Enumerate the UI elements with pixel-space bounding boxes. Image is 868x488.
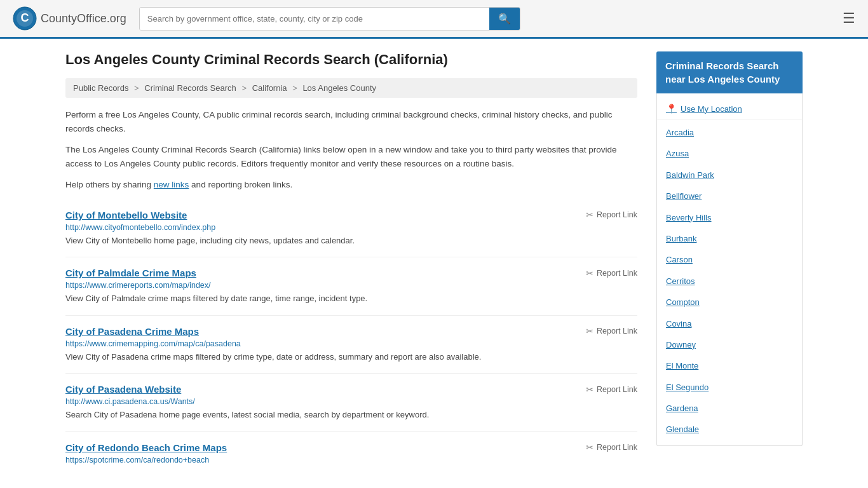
logo-text: CountyOffice.org [41,12,126,25]
svg-text:C: C [21,11,29,24]
result-desc-0: View City of Montebello home page, inclu… [65,234,637,247]
result-item: City of Montebello Website ✂ Report Link… [65,200,637,258]
result-title-3[interactable]: City of Pasadena Website [65,384,181,395]
intro3-suffix: and reporting broken links. [189,180,292,189]
search-input[interactable] [140,8,489,30]
result-title-4[interactable]: City of Redondo Beach Crime Maps [65,442,227,453]
page-title: Los Angeles County Criminal Records Sear… [65,51,637,68]
report-icon-3: ✂ [586,384,593,395]
result-url-2[interactable]: https://www.crimemapping.com/map/ca/pasa… [65,339,637,348]
result-item: City of Pasadena Crime Maps ✂ Report Lin… [65,316,637,374]
report-link-3[interactable]: ✂ Report Link [586,384,637,395]
breadcrumb: Public Records > Criminal Records Search… [65,78,637,98]
result-desc-1: View City of Palmdale crime maps filtere… [65,292,637,305]
sidebar: Criminal Records Search near Los Angeles… [656,51,803,477]
result-title-2[interactable]: City of Pasadena Crime Maps [65,326,199,337]
search-button[interactable]: 🔍 [489,8,520,30]
report-icon-0: ✂ [586,210,593,220]
result-item: City of Pasadena Website ✂ Report Link h… [65,374,637,432]
breadcrumb-public-records[interactable]: Public Records [73,83,128,93]
main-container: Los Angeles County Criminal Records Sear… [53,39,815,488]
location-icon: 📍 [666,104,677,114]
intro3-prefix: Help others by sharing [65,180,154,189]
use-location-button[interactable]: 📍 Use My Location [657,98,802,119]
result-header-0: City of Montebello Website ✂ Report Link [65,210,637,220]
result-header-4: City of Redondo Beach Crime Maps ✂ Repor… [65,442,637,453]
result-header-1: City of Palmdale Crime Maps ✂ Report Lin… [65,268,637,278]
report-icon-2: ✂ [586,326,593,336]
intro-paragraph-2: The Los Angeles County Criminal Records … [65,143,637,170]
menu-icon[interactable]: ☰ [843,10,855,27]
breadcrumb-california[interactable]: California [252,83,287,93]
sidebar-link-covina[interactable]: Covina [657,313,802,334]
sidebar-links-list: ArcadiaAzusaBaldwin ParkBellflowerBeverl… [657,122,802,440]
new-links-link[interactable]: new links [154,180,189,189]
content-area: Los Angeles County Criminal Records Sear… [65,51,637,477]
search-bar: 🔍 [139,7,520,30]
logo-link[interactable]: C CountyOffice.org [13,6,126,30]
intro-paragraph-3: Help others by sharing new links and rep… [65,178,637,192]
logo-icon: C [13,6,37,30]
breadcrumb-la-county[interactable]: Los Angeles County [302,83,376,93]
sidebar-link-carson[interactable]: Carson [657,249,802,270]
report-icon-1: ✂ [586,268,593,278]
intro-paragraph-1: Perform a free Los Angeles County, CA pu… [65,108,637,135]
sidebar-link-el-segundo[interactable]: El Segundo [657,377,802,398]
result-desc-3: Search City of Pasadena home page events… [65,409,637,421]
breadcrumb-sep-2: > [241,83,248,93]
report-link-2[interactable]: ✂ Report Link [586,326,637,336]
sidebar-content: 📍 Use My Location ArcadiaAzusaBaldwin Pa… [656,93,803,446]
logo-suffix-text: .org [107,12,126,25]
result-title-0[interactable]: City of Montebello Website [65,210,187,220]
sidebar-link-compton[interactable]: Compton [657,292,802,313]
sidebar-link-cerritos[interactable]: Cerritos [657,271,802,292]
result-url-1[interactable]: https://www.crimereports.com/map/index/ [65,281,637,290]
breadcrumb-criminal-records[interactable]: Criminal Records Search [144,83,236,93]
sidebar-header: Criminal Records Search near Los Angeles… [656,51,803,93]
result-header-2: City of Pasadena Crime Maps ✂ Report Lin… [65,326,637,337]
result-url-0[interactable]: http://www.cityofmontebello.com/index.ph… [65,223,637,232]
sidebar-link-el-monte[interactable]: El Monte [657,355,802,376]
report-link-0[interactable]: ✂ Report Link [586,210,637,220]
sidebar-link-azusa[interactable]: Azusa [657,143,802,164]
result-url-3[interactable]: http://www.ci.pasadena.ca.us/Wants/ [65,397,637,406]
sidebar-link-beverly-hills[interactable]: Beverly Hills [657,207,802,228]
report-link-4[interactable]: ✂ Report Link [586,442,637,452]
use-location-label: Use My Location [681,104,742,114]
sidebar-link-downey[interactable]: Downey [657,334,802,355]
site-header: C CountyOffice.org 🔍 ☰ [0,0,868,39]
sidebar-link-arcadia[interactable]: Arcadia [657,122,802,143]
result-item: City of Redondo Beach Crime Maps ✂ Repor… [65,432,637,477]
breadcrumb-sep-1: > [134,83,141,93]
sidebar-link-gardena[interactable]: Gardena [657,398,802,419]
result-title-1[interactable]: City of Palmdale Crime Maps [65,268,196,278]
logo-main-text: CountyOffice [41,12,107,25]
breadcrumb-sep-3: > [292,83,299,93]
sidebar-link-bellflower[interactable]: Bellflower [657,186,802,207]
result-url-4[interactable]: https://spotcrime.com/ca/redondo+beach [65,456,637,464]
sidebar-link-glendale[interactable]: Glendale [657,419,802,440]
result-item: City of Palmdale Crime Maps ✂ Report Lin… [65,257,637,316]
report-link-1[interactable]: ✂ Report Link [586,268,637,278]
sidebar-link-burbank[interactable]: Burbank [657,228,802,249]
sidebar-link-baldwin-park[interactable]: Baldwin Park [657,165,802,186]
result-header-3: City of Pasadena Website ✂ Report Link [65,384,637,395]
results-list: City of Montebello Website ✂ Report Link… [65,200,637,477]
report-icon-4: ✂ [586,442,593,452]
result-desc-2: View City of Pasadena crime maps filtere… [65,351,637,363]
